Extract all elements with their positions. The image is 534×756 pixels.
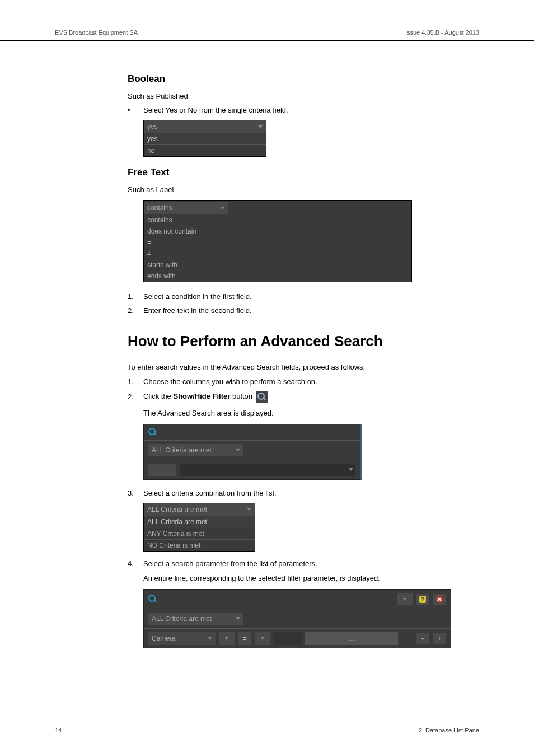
param-name-label: Camera (152, 634, 176, 642)
criteria-combo-select-2[interactable]: ALL Criteria are met (148, 613, 243, 625)
freetext-dropdown[interactable]: contains contains does not contain = ≠ s… (143, 200, 412, 282)
chevron-down-icon (220, 207, 224, 209)
magnifier-icon (148, 428, 157, 437)
freetext-opt-ends[interactable]: ends with (144, 270, 239, 282)
advanced-search-area: ALL Criteria are met (143, 424, 362, 480)
criteria-combo-select[interactable]: ALL Criteria are met (148, 444, 243, 456)
boolean-opt-no[interactable]: no (144, 144, 266, 156)
chevron-down-icon (236, 449, 240, 451)
chevron-down-icon (208, 637, 212, 640)
step-num-2: 2. (128, 306, 143, 315)
section-title: How to Perform an Advanced Search (128, 333, 479, 350)
section-intro: To enter search values in the Advanced S… (128, 362, 479, 372)
combo-opt-none[interactable]: NO Criteria is met (144, 539, 255, 551)
header-right: Issue 4.35.B - August 2013 (405, 29, 479, 36)
criteria-combo-label: ALL Criteria are met (152, 446, 212, 454)
param-name-select[interactable]: Camera (148, 632, 216, 645)
browse-button[interactable]: ... (305, 632, 398, 645)
param-placeholder[interactable] (148, 464, 176, 476)
combo-opt-any[interactable]: ANY Criteria is met (144, 528, 255, 539)
chevron-down-icon (402, 598, 407, 600)
section-step4-result: An entire line, corresponding to the sel… (143, 573, 479, 584)
value-input[interactable] (274, 632, 302, 645)
footer-section: 2. Database List Pane (419, 727, 479, 734)
header-left: EVS Broadcast Equipment SA (55, 29, 138, 36)
filter-param-area: ? ALL Criteria are met Camera = (143, 589, 451, 648)
freetext-input-preview (228, 201, 411, 214)
boolean-desc: Such as Published (128, 91, 479, 101)
mini-dropdown[interactable] (397, 593, 413, 605)
criteria-combo-label-2: ALL Criteria are met (152, 615, 212, 623)
section-step4: Select a search parameter from the list … (143, 559, 317, 568)
step-num-3: 3. (128, 489, 143, 497)
bullet-dot: • (128, 106, 143, 114)
section-step1: Choose the columns you wish to perform a… (143, 377, 317, 386)
step-num-1: 1. (128, 292, 143, 301)
show-hide-filter-button[interactable] (256, 391, 268, 403)
boolean-dropdown[interactable]: yes yes no (143, 120, 266, 157)
step-num-2b: 2. (128, 393, 143, 401)
step-num-1b: 1. (128, 377, 143, 386)
section-step2: Click the Show/Hide Filter button (143, 391, 268, 403)
criteria-value-input[interactable] (180, 464, 355, 476)
freetext-step1: Select a condition in the first field. (143, 292, 252, 301)
criteria-combo-dropdown[interactable]: ALL Criteria are met ALL Criteria are me… (143, 503, 255, 552)
chevron-down-icon (349, 468, 353, 471)
footer-page: 14 (55, 727, 62, 734)
combo-opt-all[interactable]: ALL Criteria are met (144, 516, 255, 528)
freetext-opt-notcontain[interactable]: does not contain (144, 226, 239, 237)
freetext-opt-contains[interactable]: contains (144, 214, 239, 226)
heading-freetext: Free Text (128, 167, 479, 178)
add-line-button[interactable]: + (433, 633, 446, 644)
remove-line-button[interactable]: - (416, 633, 429, 644)
chevron-down-icon (260, 637, 265, 640)
svg-text:?: ? (421, 596, 424, 603)
heading-boolean: Boolean (128, 73, 479, 85)
close-button[interactable] (433, 594, 446, 605)
freetext-desc: Such as Label (128, 185, 479, 195)
section-step2-result: The Advanced Search area is displayed: (143, 408, 479, 418)
help-button[interactable]: ? (416, 594, 429, 605)
freetext-selected: contains (147, 204, 172, 212)
step-num-4: 4. (128, 559, 143, 568)
section-step3: Select a criteria combination from the l… (143, 489, 277, 497)
chevron-down-icon (258, 125, 263, 128)
operator-eq: = (238, 632, 251, 645)
chevron-down-icon (236, 617, 240, 620)
freetext-opt-starts[interactable]: starts with (144, 259, 239, 270)
freetext-opt-neq[interactable]: ≠ (144, 248, 239, 259)
boolean-bullet: Select Yes or No from the single criteri… (143, 106, 288, 114)
boolean-opt-yes[interactable]: yes (144, 133, 266, 144)
boolean-selected: yes (147, 123, 158, 130)
cond-select-1[interactable] (219, 632, 235, 645)
chevron-down-icon (224, 637, 229, 640)
cond-select-2[interactable] (255, 632, 270, 645)
combo-selected: ALL Criteria are met (147, 506, 207, 514)
chevron-down-icon (247, 508, 251, 511)
freetext-opt-eq[interactable]: = (144, 237, 239, 248)
magnifier-icon (148, 595, 157, 604)
freetext-step2: Enter free text in the second field. (143, 306, 252, 315)
magnifier-icon (257, 393, 266, 402)
